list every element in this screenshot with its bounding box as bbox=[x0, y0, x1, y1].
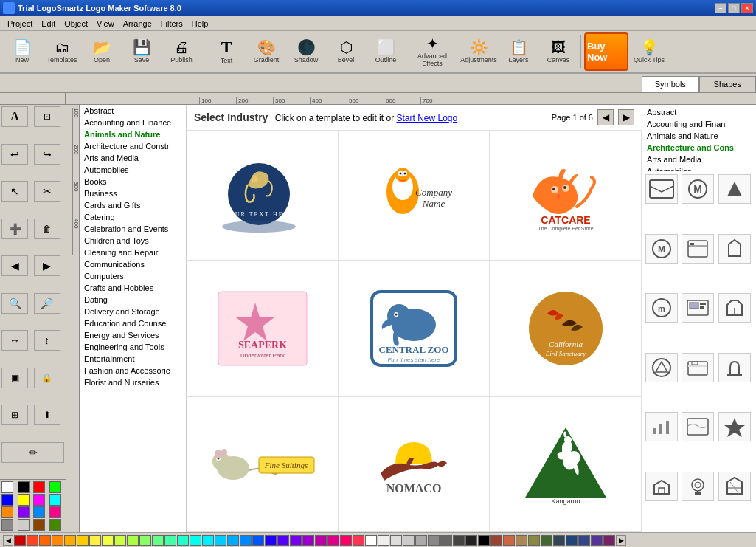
rcat-architecture[interactable]: Architecture and Cons bbox=[644, 142, 755, 154]
outline-button[interactable]: ⬜ Outline bbox=[367, 32, 405, 71]
tab-symbols[interactable]: Symbols bbox=[642, 76, 699, 92]
color-red[interactable] bbox=[33, 481, 45, 493]
maximize-btn[interactable]: □ bbox=[728, 3, 740, 13]
color-brown[interactable] bbox=[33, 519, 45, 531]
quick-tips-button[interactable]: 💡 Quick Tips bbox=[630, 32, 668, 71]
logo-cell-5[interactable]: CENTRAL ZOO Fun times start here bbox=[339, 261, 490, 396]
zoom-in-btn[interactable]: 🔍 bbox=[1, 293, 28, 314]
start-new-logo-link[interactable]: Start New Logo bbox=[396, 113, 457, 123]
logo-cell-2[interactable]: Company Name bbox=[339, 131, 490, 261]
symbol-2[interactable]: M bbox=[682, 174, 714, 204]
cat-cards[interactable]: Cards and Gifts bbox=[80, 199, 186, 211]
symbol-8[interactable] bbox=[682, 293, 714, 323]
lock-btn[interactable]: 🔒 bbox=[34, 368, 60, 388]
bc-20[interactable] bbox=[252, 535, 264, 546]
logo-cell-4[interactable]: SEAPERK Underwater Park bbox=[187, 261, 339, 396]
tab-shapes[interactable]: Shapes bbox=[699, 76, 757, 92]
color-ltgray[interactable] bbox=[18, 519, 30, 531]
rcat-animals[interactable]: Animals and Nature bbox=[644, 130, 755, 142]
logo-cell-9[interactable]: Kangaroo bbox=[490, 396, 642, 532]
color-yellow[interactable] bbox=[18, 494, 30, 506]
bc-38[interactable] bbox=[478, 535, 490, 546]
symbol-9[interactable] bbox=[718, 293, 751, 323]
minimize-btn[interactable]: – bbox=[715, 3, 726, 13]
menu-help[interactable]: Help bbox=[187, 18, 213, 30]
flip-v-btn[interactable]: ↕ bbox=[34, 330, 60, 351]
bc-9[interactable] bbox=[114, 535, 126, 546]
bc-7[interactable] bbox=[89, 535, 101, 546]
bc-25[interactable] bbox=[315, 535, 327, 546]
bc-28[interactable] bbox=[353, 535, 364, 546]
symbol-13[interactable] bbox=[645, 412, 678, 441]
bc-37[interactable] bbox=[465, 535, 477, 546]
bc-32[interactable] bbox=[403, 535, 415, 546]
cat-dating[interactable]: Dating bbox=[80, 294, 186, 306]
logo-cell-8[interactable]: NOMACO bbox=[339, 396, 490, 532]
bc-41[interactable] bbox=[516, 535, 527, 546]
cat-catering[interactable]: Catering bbox=[80, 211, 186, 223]
bc-21[interactable] bbox=[265, 535, 277, 546]
bc-23[interactable] bbox=[290, 535, 302, 546]
group-btn[interactable]: ▣ bbox=[1, 368, 28, 388]
cat-accounting[interactable]: Accounting and Finance bbox=[80, 117, 186, 128]
bc-44[interactable] bbox=[553, 535, 565, 546]
bc-16[interactable] bbox=[202, 535, 214, 546]
prev-btn[interactable]: ◀ bbox=[1, 255, 28, 276]
menu-edit[interactable]: Edit bbox=[37, 18, 60, 30]
cat-engineering[interactable]: Engineering and Tools bbox=[80, 341, 186, 353]
rcat-arts[interactable]: Arts and Media bbox=[644, 154, 755, 165]
symbol-3[interactable] bbox=[718, 174, 751, 204]
zoom-out-btn[interactable]: 🔎 bbox=[34, 293, 60, 314]
bc-35[interactable] bbox=[440, 535, 452, 546]
logo-cell-1[interactable]: YOUR TEXT HERE bbox=[187, 131, 339, 261]
bc-8[interactable] bbox=[102, 535, 114, 546]
layers-button[interactable]: 📋 Layers bbox=[499, 32, 538, 71]
symbol-17[interactable] bbox=[682, 472, 714, 501]
symbol-15[interactable] bbox=[718, 412, 751, 441]
logo-cell-3[interactable]: CATCARE The Complete Pet Store bbox=[490, 131, 642, 261]
rcat-accounting[interactable]: Accounting and Finan bbox=[644, 118, 755, 130]
cat-florist[interactable]: Florist and Nurseries bbox=[80, 376, 186, 388]
rcat-automobiles[interactable]: Automobiles bbox=[644, 165, 755, 171]
cat-education[interactable]: Education and Counsel bbox=[80, 317, 186, 329]
menu-object[interactable]: Object bbox=[60, 18, 92, 30]
bc-46[interactable] bbox=[578, 535, 590, 546]
symbol-12[interactable] bbox=[718, 353, 751, 382]
symbol-18[interactable] bbox=[718, 472, 751, 501]
close-btn[interactable]: × bbox=[741, 3, 753, 13]
symbol-4[interactable]: M bbox=[645, 234, 678, 264]
menu-view[interactable]: View bbox=[92, 18, 119, 30]
publish-button[interactable]: 🖨 Publish bbox=[162, 32, 201, 71]
color-green[interactable] bbox=[49, 481, 61, 493]
color-scroll-left[interactable]: ◀ bbox=[3, 535, 13, 546]
window-controls[interactable]: – □ × bbox=[715, 3, 753, 13]
category-list[interactable]: Abstract Accounting and Finance Animals … bbox=[80, 105, 186, 532]
cat-celebration[interactable]: Celebration and Events bbox=[80, 223, 186, 235]
menu-arrange[interactable]: Arrange bbox=[119, 18, 156, 30]
color-pink[interactable] bbox=[49, 506, 61, 518]
bc-18[interactable] bbox=[227, 535, 239, 546]
add-btn[interactable]: ➕ bbox=[1, 219, 28, 239]
bc-29[interactable] bbox=[365, 535, 377, 546]
cat-communications[interactable]: Communications bbox=[80, 258, 186, 270]
pen-btn[interactable]: ✏ bbox=[1, 442, 64, 463]
bc-43[interactable] bbox=[541, 535, 552, 546]
color-scroll-right[interactable]: ▶ bbox=[616, 535, 626, 546]
symbol-16[interactable] bbox=[645, 472, 678, 501]
next-page-btn[interactable]: ▶ bbox=[618, 109, 634, 125]
buy-now-button[interactable]: Buy Now bbox=[584, 32, 628, 71]
bc-39[interactable] bbox=[490, 535, 502, 546]
color-cyan[interactable] bbox=[49, 494, 61, 506]
cat-energy[interactable]: Energy and Services bbox=[80, 329, 186, 341]
bc-34[interactable] bbox=[428, 535, 440, 546]
pointer-btn[interactable]: ↖ bbox=[1, 181, 28, 202]
color-purple[interactable] bbox=[18, 506, 30, 518]
new-button[interactable]: 📄 New bbox=[3, 32, 41, 71]
adjustments-button[interactable]: 🔆 Adjustments bbox=[460, 32, 498, 71]
gradient-button[interactable]: 🎨 Gradient bbox=[247, 32, 285, 71]
color-magenta[interactable] bbox=[33, 494, 45, 506]
bc-5[interactable] bbox=[64, 535, 76, 546]
cat-cleaning[interactable]: Cleaning and Repair bbox=[80, 247, 186, 258]
bc-14[interactable] bbox=[177, 535, 189, 546]
bc-1[interactable] bbox=[14, 535, 26, 546]
